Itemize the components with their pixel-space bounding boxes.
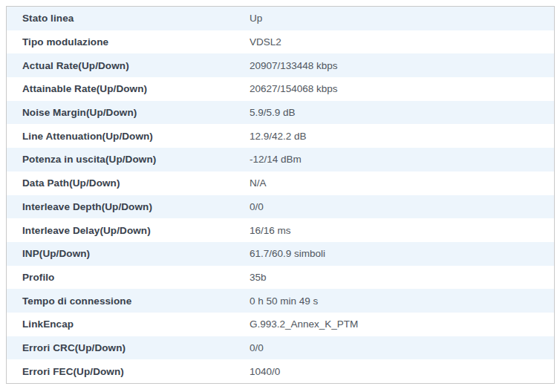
row-label: Actual Rate(Up/Down) (7, 60, 250, 71)
table-row: Interleave Delay(Up/Down) 16/16 ms (7, 218, 554, 242)
row-value: 35b (250, 272, 554, 283)
row-value: 16/16 ms (250, 225, 554, 236)
row-label: Attainable Rate(Up/Down) (7, 83, 250, 94)
row-value: -12/14 dBm (250, 154, 554, 165)
row-value: 20627/154068 kbps (250, 83, 554, 94)
table-row: Tipo modulazione VDSL2 (7, 30, 554, 54)
row-label: Tipo modulazione (7, 36, 250, 48)
row-value: 0/0 (250, 201, 554, 212)
row-label: Tempo di connessione (7, 295, 250, 307)
table-row: Profilo 35b (7, 266, 554, 290)
table-row: Attainable Rate(Up/Down) 20627/154068 kb… (7, 77, 554, 101)
row-label: LinkEncap (7, 318, 250, 330)
table-row: Actual Rate(Up/Down) 20907/133448 kbps (7, 53, 554, 77)
row-value: 20907/133448 kbps (250, 60, 554, 71)
row-label: Data Path(Up/Down) (7, 177, 250, 189)
row-value: VDSL2 (250, 36, 554, 48)
table-row: Line Attenuation(Up/Down) 12.9/42.2 dB (7, 124, 554, 148)
table-row: INP(Up/Down) 61.7/60.9 simboli (7, 242, 554, 266)
table-row: Stato linea Up (7, 7, 554, 30)
row-value: N/A (250, 177, 554, 189)
row-label: Noise Margin(Up/Down) (7, 107, 250, 118)
row-value: 0 h 50 min 49 s (250, 295, 554, 307)
table-row: Noise Margin(Up/Down) 5.9/5.9 dB (7, 101, 554, 125)
row-value: Up (250, 13, 554, 24)
row-label: Stato linea (7, 13, 250, 24)
row-label: Interleave Delay(Up/Down) (7, 225, 250, 236)
row-label: Potenza in uscita(Up/Down) (7, 154, 250, 165)
table-row: Potenza in uscita(Up/Down) -12/14 dBm (7, 148, 554, 172)
row-label: Interleave Depth(Up/Down) (7, 201, 250, 212)
row-label: Line Attenuation(Up/Down) (7, 131, 250, 142)
table-row: LinkEncap G.993.2_Annex_K_PTM (7, 313, 554, 336)
row-label: Errori FEC(Up/Down) (7, 366, 250, 377)
row-label: Errori CRC(Up/Down) (7, 342, 250, 353)
table-row: Errori CRC(Up/Down) 0/0 (7, 336, 554, 360)
row-label: Profilo (7, 272, 250, 283)
table-row: Data Path(Up/Down) N/A (7, 172, 554, 195)
table-row: Errori FEC(Up/Down) 1040/0 (7, 359, 554, 383)
row-value: 12.9/42.2 dB (250, 131, 554, 142)
row-value: 61.7/60.9 simboli (250, 248, 554, 259)
table-row: Interleave Depth(Up/Down) 0/0 (7, 195, 554, 219)
row-label: INP(Up/Down) (7, 248, 250, 259)
dsl-status-table: Stato linea Up Tipo modulazione VDSL2 Ac… (6, 6, 555, 384)
row-value: 1040/0 (250, 366, 554, 377)
row-value: 5.9/5.9 dB (250, 107, 554, 118)
row-value: G.993.2_Annex_K_PTM (250, 318, 554, 330)
row-value: 0/0 (250, 342, 554, 353)
table-row: Tempo di connessione 0 h 50 min 49 s (7, 289, 554, 313)
